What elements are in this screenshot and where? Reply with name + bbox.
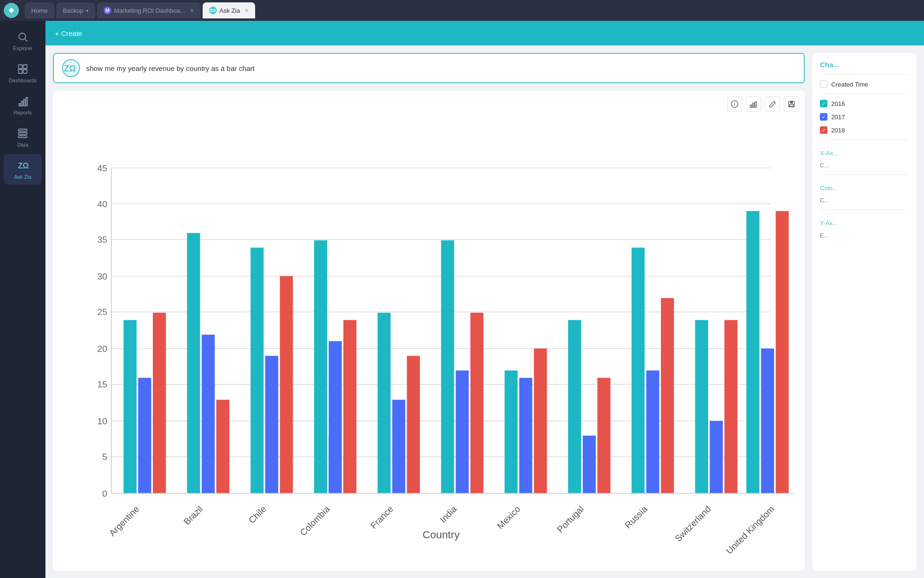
- tab-ask-zia-label: Ask Zia: [220, 7, 240, 14]
- zia-search-bar: ZΩ: [53, 53, 805, 83]
- x-axis-section-title: X-Ax...: [820, 149, 909, 157]
- svg-rect-6: [23, 70, 27, 73]
- marketing-tab-icon: M: [104, 7, 111, 14]
- svg-text:United Kingdom: United Kingdom: [724, 504, 776, 556]
- svg-rect-13: [18, 136, 27, 138]
- zia-tab-icon: ZΩ: [209, 7, 217, 14]
- created-time-item: Created Time: [820, 80, 909, 88]
- panel-divider-4: [820, 210, 909, 210]
- chart-toolbar: i: [727, 96, 799, 112]
- bar-portugal-2017: [583, 436, 596, 493]
- sidebar-item-reports[interactable]: Reports: [4, 90, 42, 120]
- bar-switzerland-2016: [695, 320, 708, 493]
- bar-uk-2018: [776, 211, 789, 493]
- svg-rect-9: [24, 99, 25, 106]
- legend-2016-label: 2016: [831, 100, 845, 107]
- tab-marketing-close[interactable]: ×: [190, 7, 194, 14]
- svg-text:India: India: [438, 504, 459, 525]
- chart-container: i: [53, 91, 805, 570]
- bar-colombia-2018-small: [343, 457, 356, 493]
- sidebar-item-explorer-label: Explorer: [13, 45, 33, 51]
- bar-argentine-2016: [124, 320, 137, 493]
- zia-sidebar-icon: ZΩ: [16, 159, 29, 172]
- sidebar-item-explorer[interactable]: Explorer: [4, 26, 42, 56]
- svg-text:25: 25: [98, 307, 107, 317]
- legend-item-2016: ✓ 2016: [820, 100, 909, 107]
- bar-india-2016: [441, 240, 454, 493]
- svg-point-1: [19, 33, 26, 40]
- legend-2016-checkbox[interactable]: ✓: [820, 100, 827, 107]
- tab-ask-zia[interactable]: ZΩ Ask Zia ×: [203, 2, 256, 18]
- save-button[interactable]: [784, 96, 799, 112]
- bar-india-2018: [471, 313, 484, 493]
- svg-rect-19: [750, 105, 752, 107]
- color-sub-label: C...: [820, 197, 909, 204]
- edit-button[interactable]: [765, 96, 780, 112]
- svg-text:20: 20: [98, 344, 107, 354]
- sidebar-item-data-label: Data: [17, 142, 28, 148]
- svg-line-2: [25, 39, 28, 42]
- svg-text:ZΩ: ZΩ: [18, 162, 28, 170]
- create-button[interactable]: + Create: [55, 29, 82, 37]
- svg-rect-21: [755, 102, 756, 107]
- tab-backup-label: Backup: [63, 7, 83, 14]
- data-icon: [16, 127, 29, 140]
- bar-russia-2017: [646, 370, 659, 493]
- create-bar: + Create: [45, 21, 924, 45]
- tab-home[interactable]: Home: [25, 2, 54, 18]
- legend-item-2017: ✓ 2017: [820, 113, 909, 121]
- legend-2017-checkbox[interactable]: ✓: [820, 113, 827, 121]
- svg-text:i: i: [734, 102, 735, 107]
- explorer-icon: [16, 30, 29, 44]
- zia-search-input[interactable]: [86, 64, 796, 72]
- svg-rect-23: [790, 101, 793, 104]
- tab-marketing[interactable]: M Marketing ROI Dashboa... ×: [97, 2, 200, 18]
- svg-rect-24: [790, 105, 793, 106]
- checkmark-2016: ✓: [822, 101, 826, 106]
- bar-chile-2017: [265, 356, 278, 493]
- tab-home-label: Home: [31, 7, 48, 14]
- legend-2018-checkbox[interactable]: ✓: [820, 126, 827, 134]
- svg-rect-11: [18, 129, 27, 131]
- tab-ask-zia-close[interactable]: ×: [245, 7, 249, 14]
- right-panel-title: Cha...: [820, 61, 909, 69]
- bar-uk-2017: [761, 349, 774, 493]
- bar-brazil-2017: [202, 335, 215, 493]
- bar-argentine-2018: [153, 313, 166, 493]
- svg-rect-8: [21, 101, 23, 106]
- created-time-checkbox[interactable]: [820, 80, 827, 88]
- svg-text:Chile: Chile: [247, 504, 268, 525]
- svg-text:Portugal: Portugal: [555, 504, 586, 534]
- sidebar-item-dashboards[interactable]: Dashboards: [4, 58, 42, 88]
- svg-text:40: 40: [98, 199, 107, 209]
- sidebar-item-data[interactable]: Data: [4, 122, 42, 152]
- svg-rect-7: [19, 104, 20, 106]
- bar-argentine-2017: [138, 378, 151, 493]
- chart-type-button[interactable]: [746, 96, 761, 112]
- bar-switzerland-2018: [724, 320, 737, 493]
- x-axis-title: Country: [423, 529, 460, 541]
- bar-colombia-2017-small: [329, 436, 342, 493]
- sidebar-item-ask-zia[interactable]: ZΩ Ask Zia: [4, 154, 42, 184]
- bar-mexico-2018: [534, 349, 547, 493]
- panel-divider-1: [820, 94, 909, 94]
- bar-portugal-2018: [597, 378, 611, 493]
- svg-text:0: 0: [102, 489, 107, 499]
- svg-text:ZΩ: ZΩ: [64, 64, 76, 73]
- svg-rect-5: [18, 70, 22, 73]
- bar-chile-2018: [280, 276, 293, 493]
- svg-text:15: 15: [98, 379, 107, 389]
- bar-brazil-2018: [216, 400, 230, 493]
- tab-backup[interactable]: Backup ▾: [56, 2, 95, 18]
- svg-text:35: 35: [98, 235, 107, 245]
- bar-france-2016: [378, 313, 391, 493]
- bar-portugal-2016: [568, 320, 581, 493]
- info-button[interactable]: i: [727, 96, 742, 112]
- panel-divider-2: [820, 140, 909, 140]
- sidebar-item-dashboards-label: Dashboards: [9, 78, 36, 83]
- svg-rect-4: [23, 65, 27, 69]
- bar-switzerland-2017: [710, 421, 723, 493]
- svg-text:10: 10: [98, 416, 107, 426]
- svg-rect-20: [753, 103, 754, 107]
- app-container: Explorer Dashboards Report: [0, 21, 924, 578]
